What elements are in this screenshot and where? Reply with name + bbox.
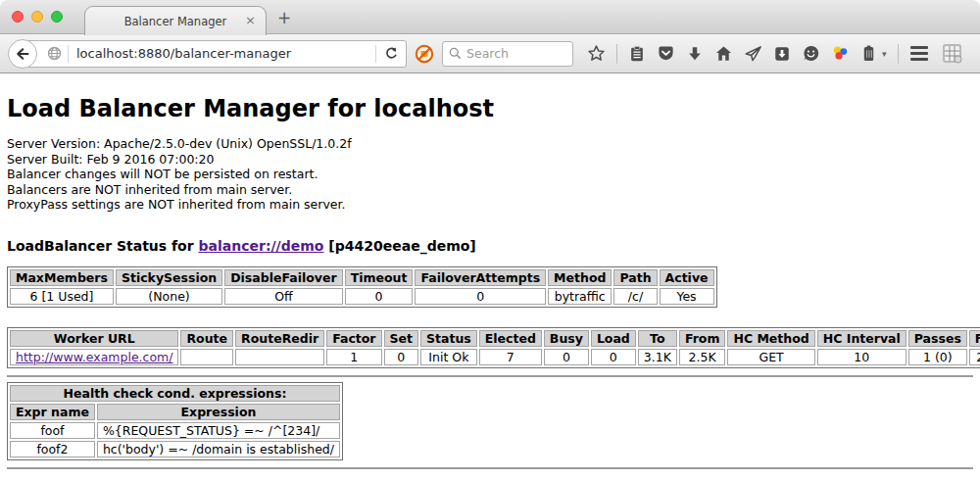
home-button[interactable] (714, 44, 733, 63)
menu-icon (910, 46, 928, 49)
server-built-line: Server Built: Feb 9 2016 07:00:20 (7, 152, 973, 168)
tab-bar: Balancer Manager × + (0, 0, 980, 34)
browser-window: Balancer Manager × + localhost:8880/bala… (0, 0, 980, 481)
blocked-plugin-button[interactable] (415, 44, 434, 64)
reload-button[interactable] (376, 46, 406, 61)
cell-busy: 0 (544, 349, 589, 365)
zoom-window-button[interactable] (51, 11, 63, 23)
grid-badge-icon (942, 43, 963, 65)
table-header-row: Expr name Expression (10, 404, 340, 420)
col-elected: Elected (479, 330, 542, 347)
cell-path: /c/ (613, 288, 657, 305)
url-bar[interactable]: localhost:8880/balancer-manager (23, 40, 407, 68)
blocked-plugin-icon (415, 44, 434, 64)
cell-factor: 1 (326, 349, 381, 365)
toolbar-separator (616, 44, 617, 64)
addon-download-button[interactable] (773, 45, 791, 63)
toolbar-separator (898, 44, 899, 64)
tab-close-icon[interactable]: × (245, 14, 256, 27)
balancer-demo-link[interactable]: balancer://demo (199, 238, 324, 254)
colored-dots-addon-button[interactable] (831, 44, 850, 63)
feedback-smiley-icon (802, 44, 820, 63)
cell-routeredir (235, 349, 324, 365)
home-icon (714, 44, 733, 63)
col-fails: Fails (969, 330, 980, 347)
cell-fails: 2 (0) (969, 349, 980, 365)
feedback-smiley-button[interactable] (802, 44, 820, 63)
send-icon (744, 44, 762, 63)
col-timeout: Timeout (345, 269, 414, 286)
cell-maxmembers: 6 [1 Used] (10, 288, 114, 305)
tab-balancer-manager[interactable]: Balancer Manager × (84, 6, 267, 35)
status-heading-prefix: LoadBalancer Status for (7, 238, 199, 254)
col-routeredir: RouteRedir (235, 330, 324, 347)
colored-dots-addon-icon (831, 44, 850, 63)
cell-stickysession: (None) (116, 288, 222, 305)
cell-route (180, 349, 233, 365)
cell-expression: %{REQUEST_STATUS} =~ /^[234]/ (97, 422, 340, 439)
col-status: Status (420, 330, 477, 347)
cell-expr-name: foof2 (10, 441, 95, 457)
addon-download-icon (773, 45, 791, 63)
table-row: foof %{REQUEST_STATUS} =~ /^[234]/ (10, 422, 340, 439)
bookmarks-menu-button[interactable] (628, 45, 646, 63)
health-check-table: Health check cond. expressions: Expr nam… (7, 382, 343, 460)
table-row: 6 [1 Used] (None) Off 0 0 bytraffic /c/ … (10, 288, 714, 305)
dropdown-caret-icon[interactable]: ▾ (882, 49, 887, 59)
pocket-icon (657, 44, 675, 63)
status-heading-suffix: [p4420eeae_demo] (323, 238, 475, 254)
section-divider (7, 375, 973, 377)
table-row: http://www.example.com/ 1 0 Init Ok 7 0 … (10, 349, 980, 365)
search-bar[interactable]: Search (442, 41, 573, 67)
page-content: Load Balancer Manager for localhost Serv… (0, 73, 980, 469)
clipboard-icon (628, 45, 646, 63)
globe-icon (47, 46, 62, 61)
col-worker-url: Worker URL (10, 330, 178, 347)
col-hc-method: HC Method (727, 330, 814, 347)
worker-url-link[interactable]: http://www.example.com/ (16, 350, 172, 364)
bookmark-star-button[interactable] (587, 44, 606, 63)
new-tab-button[interactable]: + (277, 8, 291, 27)
menu-button[interactable] (910, 46, 928, 61)
table-row: foof2 hc('body') =~ /domain is establish… (10, 441, 340, 457)
cell-expr-name: foof (10, 422, 95, 439)
col-path: Path (613, 269, 657, 286)
cell-hc-interval: 10 (817, 349, 906, 365)
col-passes: Passes (908, 330, 967, 347)
col-maxmembers: MaxMembers (10, 269, 114, 286)
balancer-summary-table: MaxMembers StickySession DisableFailover… (7, 266, 717, 308)
col-expression: Expression (97, 404, 340, 420)
cell-expression: hc('body') =~ /domain is established/ (97, 441, 340, 457)
cell-status: Init Ok (420, 349, 477, 365)
inherit-notice-line: Balancers are NOT inherited from main se… (7, 182, 973, 198)
cell-method: bytraffic (548, 288, 612, 305)
back-icon (15, 46, 30, 62)
cell-load: 0 (591, 349, 636, 365)
container-button[interactable] (860, 44, 877, 63)
proxypass-notice-line: ProxyPass settings are NOT inherited fro… (7, 197, 973, 213)
table-header-row: MaxMembers StickySession DisableFailover… (10, 269, 714, 286)
grid-badge-button[interactable] (942, 43, 963, 65)
col-method: Method (548, 269, 612, 286)
downloads-button[interactable] (686, 45, 704, 63)
back-button[interactable] (8, 39, 37, 69)
cell-disablefailover: Off (224, 288, 342, 305)
close-window-button[interactable] (12, 11, 24, 23)
cell-hc-method: GET (727, 349, 814, 365)
cell-to: 3.1K (638, 349, 677, 365)
url-text[interactable]: localhost:8880/balancer-manager (76, 46, 375, 61)
pocket-button[interactable] (657, 44, 675, 63)
cell-active: Yes (660, 288, 714, 305)
col-to: To (638, 330, 677, 347)
search-icon (449, 47, 462, 60)
table-header-row: Worker URL Route RouteRedir Factor Set S… (10, 330, 980, 347)
col-factor: Factor (326, 330, 381, 347)
toolbar-buttons: ▾ (587, 44, 899, 64)
search-placeholder: Search (466, 46, 509, 61)
send-button[interactable] (744, 44, 762, 63)
bookmark-star-icon (587, 44, 606, 63)
persist-notice-line: Balancer changes will NOT be persisted o… (7, 167, 973, 182)
col-hc-interval: HC Interval (817, 330, 906, 347)
minimize-window-button[interactable] (31, 11, 43, 23)
server-info: Server Version: Apache/2.5.0-dev (Unix) … (7, 136, 973, 213)
